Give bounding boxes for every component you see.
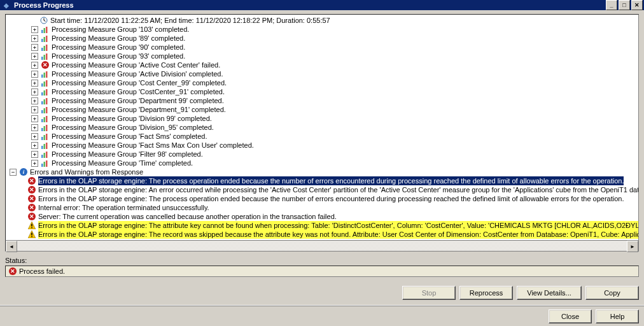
svg-rect-7 (44, 37, 46, 42)
reprocess-button[interactable]: Reprocess (459, 286, 513, 300)
svg-rect-13 (44, 55, 46, 60)
message-row[interactable]: ✕Server: The current operation was cance… (6, 212, 638, 221)
maximize-button[interactable]: □ (619, 0, 630, 10)
tree-row[interactable]: +Processing Measure Group 'Division 99' … (6, 114, 638, 123)
svg-rect-27 (41, 110, 43, 113)
copy-button[interactable]: Copy (585, 286, 639, 300)
svg-rect-11 (46, 45, 48, 51)
tree-row[interactable]: +Processing Measure Group '90' completed… (6, 43, 638, 52)
warnings-header-row[interactable]: −iErrors and Warnings from Response (6, 167, 638, 176)
message-text: Errors in the OLAP storage engine: The p… (38, 194, 624, 203)
tree-row[interactable]: +Processing Measure Group 'Active Divisi… (6, 69, 638, 78)
svg-rect-49 (31, 224, 32, 227)
expand-toggle[interactable]: + (31, 106, 38, 113)
svg-rect-15 (41, 74, 43, 78)
svg-rect-8 (46, 36, 48, 42)
warning-icon (27, 221, 36, 230)
window-title: Process Progress (14, 1, 605, 9)
message-row[interactable]: ✕Errors in the OLAP storage engine: The … (6, 176, 638, 185)
svg-rect-5 (46, 27, 48, 33)
message-row[interactable]: ✕Errors in the OLAP storage engine: The … (6, 194, 638, 203)
status-label: Status: (5, 257, 639, 264)
close-window-button[interactable]: ✕ (631, 0, 643, 10)
message-text: Errors in the OLAP storage engine: An er… (38, 185, 639, 194)
message-row[interactable]: ✕Errors in the OLAP storage engine: An e… (6, 185, 638, 194)
expand-toggle[interactable]: + (31, 142, 38, 149)
titlebar[interactable]: ◆ Process Progress _ □ ✕ (0, 0, 644, 10)
progress-tree[interactable]: Start time: 11/12/2020 11:22:25 AM; End … (5, 14, 639, 241)
status-box: ✕ Process failed. (5, 266, 639, 277)
tree-row[interactable]: +Processing Measure Group 'Department 99… (6, 96, 638, 105)
message-row[interactable]: Errors in the OLAP storage engine: The a… (6, 221, 638, 230)
row-text: Processing Measure Group '103' completed… (52, 25, 189, 34)
expand-toggle[interactable]: + (31, 124, 38, 131)
tree-row[interactable]: +Processing Measure Group '89' completed… (6, 34, 638, 43)
tree-row[interactable]: +Processing Measure Group '103' complete… (6, 25, 638, 34)
timing-row[interactable]: Start time: 11/12/2020 11:22:25 AM; End … (6, 16, 638, 25)
svg-rect-14 (46, 53, 48, 60)
tree-row[interactable]: +Processing Measure Group 'Department_91… (6, 105, 638, 114)
svg-rect-3 (41, 30, 43, 33)
scroll-left-button[interactable]: ◄ (6, 241, 17, 252)
svg-rect-17 (46, 71, 48, 78)
expand-toggle[interactable]: + (31, 97, 38, 104)
scroll-track[interactable] (17, 241, 627, 251)
row-text: Processing Measure Group 'Division 99' c… (52, 114, 212, 123)
expand-toggle[interactable]: + (31, 26, 38, 33)
chart-icon (41, 123, 50, 132)
row-text: Processing Measure Group '89' completed. (52, 34, 185, 43)
warning-icon (27, 230, 36, 239)
tree-row[interactable]: +Processing Measure Group 'CostCenter_91… (6, 87, 638, 96)
svg-rect-10 (44, 46, 46, 51)
row-text: Processing Measure Group 'Active Cost Ce… (52, 60, 220, 69)
expand-toggle[interactable]: + (31, 80, 38, 87)
svg-rect-30 (41, 119, 43, 122)
row-text: Processing Measure Group 'Fact Sms Max C… (52, 141, 254, 150)
stop-button: Stop (402, 286, 456, 300)
svg-rect-33 (41, 128, 43, 131)
tree-row[interactable]: +Processing Measure Group 'Filter 98' co… (6, 150, 638, 159)
message-text: Internal error: The operation terminated… (38, 203, 209, 212)
svg-rect-42 (41, 155, 43, 158)
message-text: Errors in the OLAP storage engine: The a… (38, 221, 639, 230)
expand-toggle[interactable]: + (31, 44, 38, 51)
svg-rect-19 (44, 82, 46, 87)
svg-rect-32 (46, 116, 48, 122)
view-details-button[interactable]: View Details... (517, 286, 582, 300)
expand-toggle[interactable]: + (31, 53, 38, 60)
dialog-body: Start time: 11/12/2020 11:22:25 AM; End … (0, 10, 644, 305)
svg-rect-21 (41, 92, 43, 96)
error-icon: ✕ (41, 60, 50, 69)
message-row[interactable]: ✕Internal error: The operation terminate… (6, 203, 638, 212)
expand-toggle[interactable]: + (31, 151, 38, 158)
help-button[interactable]: Help (596, 309, 639, 323)
tree-row[interactable]: +Processing Measure Group '93' completed… (6, 52, 638, 60)
horizontal-scrollbar[interactable]: ◄ ► (5, 241, 639, 252)
error-icon: ✕ (27, 203, 36, 212)
expand-toggle[interactable]: + (31, 62, 38, 69)
svg-rect-20 (46, 80, 48, 87)
expand-toggle[interactable]: + (31, 71, 38, 78)
minimize-button[interactable]: _ (606, 0, 617, 10)
expand-toggle[interactable]: + (31, 89, 38, 96)
status-text: Process failed. (19, 267, 65, 275)
clock-icon (39, 16, 48, 25)
tree-row[interactable]: +Processing Measure Group 'Fact Sms Max … (6, 141, 638, 150)
tree-row[interactable]: +Processing Measure Group 'Fact Sms' com… (6, 132, 638, 141)
message-text: Errors in the OLAP storage engine: The p… (38, 176, 624, 185)
collapse-toggle[interactable]: − (10, 169, 17, 176)
svg-rect-53 (31, 236, 32, 237)
row-text: Processing Measure Group 'Time' complete… (52, 159, 193, 167)
expand-toggle[interactable]: + (31, 160, 38, 167)
chart-icon (41, 96, 50, 105)
message-row[interactable]: Errors in the OLAP storage engine: The r… (6, 230, 638, 239)
expand-toggle[interactable]: + (31, 115, 38, 122)
tree-row[interactable]: +Processing Measure Group 'Division_95' … (6, 123, 638, 132)
scroll-right-button[interactable]: ► (627, 241, 638, 252)
tree-row[interactable]: +✕Processing Measure Group 'Active Cost … (6, 60, 638, 69)
expand-toggle[interactable]: + (31, 35, 38, 42)
tree-row[interactable]: +Processing Measure Group 'Time' complet… (6, 159, 638, 167)
tree-row[interactable]: +Processing Measure Group 'Cost Center_9… (6, 78, 638, 87)
expand-toggle[interactable]: + (31, 133, 38, 140)
close-button[interactable]: Close (549, 309, 592, 323)
